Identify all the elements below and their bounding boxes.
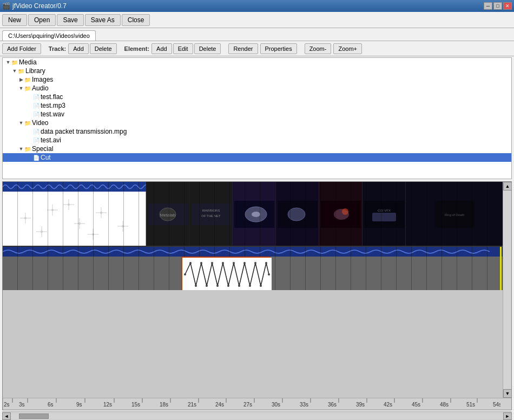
element-group: Element: Add Edit Delete <box>124 43 221 54</box>
element-add-button[interactable]: Add <box>151 43 172 54</box>
close-button[interactable]: Close <box>122 14 150 26</box>
scroll-right-button[interactable]: ► <box>503 412 512 420</box>
toolbar: Add Folder Track: Add Delete Element: Ad… <box>0 41 514 56</box>
tree-item-data-packet[interactable]: 📄 data packet transmission.mpg <box>3 127 511 136</box>
element-edit-button[interactable]: Edit <box>173 43 193 54</box>
tree-label-test-flac: test.flac <box>41 93 63 101</box>
file-icon: 📄 <box>33 155 39 161</box>
tree-item-images[interactable]: ▶ 📁 Images <box>3 75 511 84</box>
scroll-up-button[interactable]: ▲ <box>503 182 512 191</box>
h-scroll-track[interactable] <box>11 414 503 419</box>
tree-label-special: Special <box>32 145 53 153</box>
folder-icon: 📁 <box>24 120 31 126</box>
svg-text:12s: 12s <box>103 402 112 408</box>
timeline-empty <box>3 290 511 398</box>
restore-button[interactable]: □ <box>493 2 502 10</box>
track-group: Track: Add Delete <box>49 43 117 54</box>
svg-point-49 <box>195 285 197 287</box>
expand-icon: ▶ <box>18 77 24 82</box>
render-button[interactable]: Render <box>228 43 258 54</box>
svg-text:27s: 27s <box>243 402 252 408</box>
file-icon: 📄 <box>33 103 39 109</box>
tree-item-test-mp3[interactable]: 📄 test.mp3 <box>3 101 511 110</box>
svg-text:48s: 48s <box>440 402 449 408</box>
svg-text:51s: 51s <box>466 402 475 408</box>
minimize-button[interactable]: ─ <box>484 2 492 10</box>
save-button[interactable]: Save <box>57 14 83 26</box>
folder-icon: 📁 <box>24 77 31 83</box>
svg-text:36s: 36s <box>328 402 337 408</box>
expand-icon: ▼ <box>18 146 24 152</box>
svg-point-61 <box>260 285 262 287</box>
tree-label-images: Images <box>32 76 53 83</box>
timeline-grid <box>3 182 503 246</box>
svg-point-47 <box>184 273 186 275</box>
svg-text:18s: 18s <box>160 402 168 408</box>
scroll-track[interactable] <box>503 191 511 389</box>
close-window-button[interactable]: ✕ <box>503 2 512 10</box>
tab-bar: C:\Users\pquiring\Videos\video <box>0 28 514 41</box>
timeline[interactable]: ▲ ▼ <box>2 181 512 410</box>
zoom-plus-button[interactable]: Zoom+ <box>333 43 362 54</box>
app-title: jfVideo Creator/0.7 <box>12 2 67 10</box>
svg-text:33s: 33s <box>300 402 308 408</box>
menubar: New Open Save Save As Close <box>0 12 514 28</box>
tree-item-cut[interactable]: 📄 Cut <box>3 153 511 162</box>
svg-point-59 <box>249 285 251 287</box>
h-scroll-thumb[interactable] <box>19 414 49 419</box>
tree-label-media: Media <box>19 58 37 66</box>
svg-point-52 <box>211 262 213 264</box>
window-controls: ─ □ ✕ <box>484 2 512 10</box>
svg-point-57 <box>238 285 240 287</box>
tree-item-media[interactable]: ▼ 📁 Media <box>3 58 511 67</box>
file-tree[interactable]: ▼ 📁 Media ▼ 📁 Library ▶ 📁 Images ▼ 📁 Aud… <box>2 57 512 179</box>
tree-label-cut: Cut <box>41 154 51 161</box>
svg-text:3s: 3s <box>19 402 25 408</box>
svg-point-48 <box>189 262 192 264</box>
tree-item-test-flac[interactable]: 📄 test.flac <box>3 93 511 101</box>
tree-label-video: Video <box>32 119 48 127</box>
titlebar: 🎬 jfVideo Creator/0.7 ─ □ ✕ <box>0 0 514 12</box>
svg-point-60 <box>254 262 256 264</box>
audio-clip-selected <box>181 257 271 290</box>
expand-icon: ▼ <box>18 86 24 91</box>
svg-point-50 <box>200 262 202 264</box>
tree-item-video[interactable]: ▼ 📁 Video <box>3 119 511 127</box>
tree-item-library[interactable]: ▼ 📁 Library <box>3 67 511 75</box>
tree-label-test-avi: test.avi <box>41 136 61 144</box>
open-button[interactable]: Open <box>28 14 56 26</box>
file-icon: 📄 <box>33 94 39 100</box>
tree-label-library: Library <box>25 67 45 75</box>
svg-text:39s: 39s <box>356 402 365 408</box>
folder-icon: 📁 <box>11 60 18 65</box>
tree-item-test-avi[interactable]: 📄 test.avi <box>3 136 511 145</box>
expand-icon: ▼ <box>5 60 11 65</box>
add-folder-button[interactable]: Add Folder <box>2 43 41 54</box>
zoom-minus-button[interactable]: Zoom- <box>305 43 332 54</box>
tab-video[interactable]: C:\Users\pquiring\Videos\video <box>2 30 96 41</box>
track-add-button[interactable]: Add <box>68 43 89 54</box>
folder-icon: 📁 <box>24 146 31 152</box>
svg-text:30s: 30s <box>272 402 280 408</box>
tree-item-audio[interactable]: ▼ 📁 Audio <box>3 84 511 93</box>
video-track: Metalab WARRIORS OF THE NET <box>3 182 511 247</box>
svg-point-63 <box>268 273 270 275</box>
svg-text:42s: 42s <box>384 402 392 408</box>
new-button[interactable]: New <box>2 14 27 26</box>
tree-item-special[interactable]: ▼ 📁 Special <box>3 145 511 153</box>
vertical-scrollbar[interactable]: ▲ ▼ <box>503 182 511 398</box>
svg-point-55 <box>227 285 229 287</box>
svg-text:15s: 15s <box>131 402 140 408</box>
svg-text:6s: 6s <box>48 402 54 408</box>
tree-item-test-wav[interactable]: 📄 test.wav <box>3 110 511 119</box>
track-delete-button[interactable]: Delete <box>90 43 117 54</box>
save-as-button[interactable]: Save As <box>85 14 121 26</box>
horizontal-scrollbar[interactable]: ◄ ► <box>2 411 512 420</box>
main-area: ▼ 📁 Media ▼ 📁 Library ▶ 📁 Images ▼ 📁 Aud… <box>0 56 514 420</box>
scroll-down-button[interactable]: ▼ <box>503 389 512 398</box>
element-delete-button[interactable]: Delete <box>194 43 221 54</box>
scroll-left-button[interactable]: ◄ <box>2 412 11 420</box>
properties-button[interactable]: Properties <box>260 43 297 54</box>
app-icon: 🎬 <box>2 2 10 10</box>
svg-text:21s: 21s <box>188 402 196 408</box>
